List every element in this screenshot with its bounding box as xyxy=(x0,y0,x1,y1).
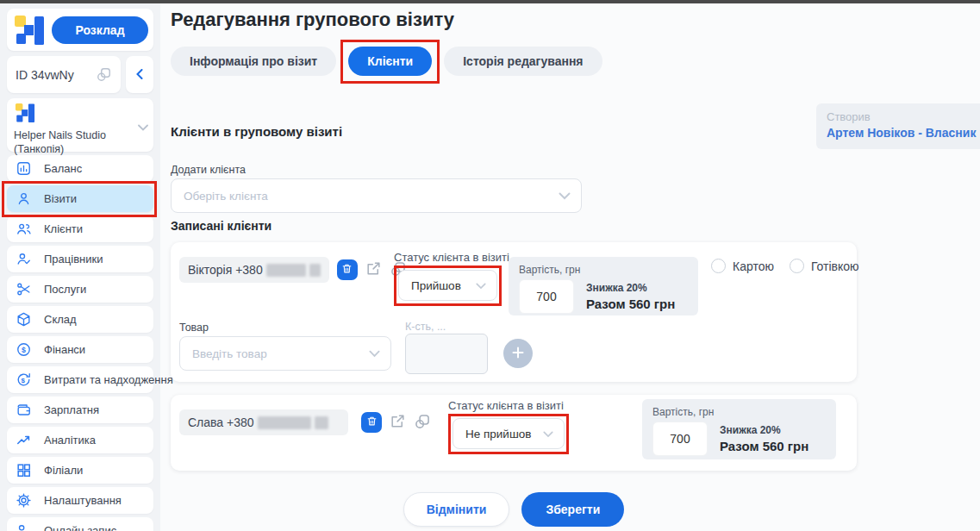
sidebar-item-finance[interactable]: $ Фінанси xyxy=(7,336,153,363)
add-client-label: Додати клієнта xyxy=(171,164,246,176)
radio-circle-icon xyxy=(711,259,726,273)
sidebar-item-settings[interactable]: Налаштування xyxy=(7,487,153,514)
client-name-row: Слава +380 xyxy=(179,409,431,435)
chevron-down-icon xyxy=(369,346,380,361)
delete-client-button[interactable] xyxy=(337,259,358,280)
quantity-input[interactable] xyxy=(405,334,488,374)
chevron-down-icon xyxy=(476,278,486,293)
payment-card-radio[interactable]: Картою xyxy=(711,259,774,273)
services-icon xyxy=(16,281,32,297)
tab-clients[interactable]: Клієнти xyxy=(348,47,432,76)
sidebar-item-analytics[interactable]: Аналітика xyxy=(7,427,153,453)
sidebar-item-staff[interactable]: Працівники xyxy=(7,246,153,272)
client-name-row: Вікторія +380 xyxy=(179,257,407,283)
chevron-down-icon xyxy=(543,426,553,441)
blurred-phone-number xyxy=(258,416,311,429)
price-panel: Вартість, грн Знижка 20% Разом 560 грн xyxy=(509,257,698,315)
open-client-button[interactable] xyxy=(365,260,382,279)
creator-label: Створив xyxy=(827,110,970,123)
client-chip: Вікторія +380 xyxy=(179,257,329,283)
expenses-icon: $ xyxy=(16,372,32,388)
status-select[interactable]: Прийшов xyxy=(398,270,497,301)
page-title: Редагування групового візиту xyxy=(171,9,454,31)
sidebar-item-expenses[interactable]: $ Витрати та надходження xyxy=(7,366,153,393)
delete-client-button[interactable] xyxy=(361,412,382,433)
company-name: Helper Nails Studio (Танкопія) xyxy=(14,129,134,156)
discount-text: Знижка 20% xyxy=(586,282,675,294)
plus-icon xyxy=(512,347,524,361)
cost-label: Вартість, грн xyxy=(519,264,688,276)
product-select[interactable]: Введіть товар xyxy=(179,336,391,371)
recorded-clients-label: Записані клієнти xyxy=(171,219,272,233)
blurred-phone-number xyxy=(315,416,328,429)
trash-icon xyxy=(341,263,353,277)
external-link-icon xyxy=(365,260,382,279)
branches-icon xyxy=(16,462,32,478)
discount-text: Знижка 20% xyxy=(720,424,808,436)
product-label: Товар xyxy=(179,322,209,334)
quantity-label: К-сть, ... xyxy=(405,321,446,333)
creator-box: Створив Артем Новіков - Власник xyxy=(816,103,980,149)
stock-icon xyxy=(16,311,32,328)
workspace-id-card: ID 34vwNy xyxy=(7,56,121,93)
client-card-slava: Слава +380 xyxy=(171,395,857,471)
client-chip: Слава +380 xyxy=(179,409,348,435)
company-logo-icon xyxy=(14,112,36,127)
sidebar: Розклад ID 34vwNy xyxy=(0,3,160,531)
trash-icon xyxy=(366,415,378,429)
blurred-phone-number xyxy=(309,264,321,277)
total-text: Разом 560 грн xyxy=(720,439,808,453)
copy-id-icon[interactable] xyxy=(96,66,112,83)
status-value: Прийшов xyxy=(411,279,461,292)
total-text: Разом 560 грн xyxy=(586,297,675,311)
status-value: Не прийшов xyxy=(465,428,531,440)
balance-icon xyxy=(16,160,32,177)
price-panel: Вартість, грн Знижка 20% Разом 560 грн xyxy=(642,399,836,459)
chevron-down-icon xyxy=(559,188,571,203)
sidebar-item-stock[interactable]: Склад xyxy=(7,306,153,333)
tabs: Інформація про візит Клієнти Історія ред… xyxy=(171,47,602,76)
add-product-button[interactable] xyxy=(503,339,533,368)
client-name: Слава +380 xyxy=(188,415,254,429)
clients-icon xyxy=(16,221,32,237)
svg-text:$: $ xyxy=(22,346,26,354)
sidebar-collapse-button[interactable] xyxy=(126,56,153,93)
cost-input[interactable] xyxy=(652,422,708,456)
client-name: Вікторія +380 xyxy=(188,263,263,277)
creator-name-link[interactable]: Артем Новіков - Власник xyxy=(827,126,970,140)
settings-icon xyxy=(16,492,32,509)
external-link-icon xyxy=(390,413,406,432)
sidebar-item-services[interactable]: Послуги xyxy=(7,276,153,303)
copy-client-button[interactable] xyxy=(414,413,431,433)
sidebar-item-branches[interactable]: Філіали xyxy=(7,457,153,484)
client-card-viktoriia: Вікторія +380 xyxy=(171,242,857,382)
company-selector[interactable]: Helper Nails Studio (Танкопія) xyxy=(7,98,153,152)
blurred-phone-number xyxy=(266,264,306,277)
sidebar-item-visits[interactable]: Візити xyxy=(7,185,153,212)
client-status-group: Статус клієнта в візиті Не прийшов xyxy=(448,399,595,449)
visits-icon xyxy=(16,191,32,207)
open-client-button[interactable] xyxy=(390,413,406,432)
cost-label: Вартість, грн xyxy=(652,406,826,418)
payment-cash-radio[interactable]: Готівкою xyxy=(790,259,859,273)
chevron-left-icon xyxy=(136,67,143,83)
section-heading: Клієнти в груповому візиті xyxy=(171,124,342,139)
schedule-button[interactable]: Розклад xyxy=(52,16,148,44)
sidebar-item-online-booking[interactable]: Онлайн запис xyxy=(7,517,153,531)
sidebar-item-clients[interactable]: Клієнти xyxy=(7,216,153,242)
sidebar-item-balance[interactable]: Баланс xyxy=(7,155,153,182)
salary-icon xyxy=(16,402,32,418)
add-client-select[interactable]: Оберіть клієнта xyxy=(171,178,582,213)
save-button[interactable]: Зберегти xyxy=(521,492,624,527)
tab-edit-history[interactable]: Історія редагування xyxy=(444,47,602,76)
status-label: Статус клієнта в візиті xyxy=(448,399,595,412)
workspace-id: ID 34vwNy xyxy=(16,68,96,82)
staff-icon xyxy=(16,251,32,267)
sidebar-item-salary[interactable]: Зарплатня xyxy=(7,397,153,423)
status-select[interactable]: Не прийшов xyxy=(453,418,565,449)
tab-visit-info[interactable]: Інформація про візит xyxy=(171,47,336,76)
footer-actions: Відмінити Зберегти xyxy=(171,492,857,527)
cancel-button[interactable]: Відмінити xyxy=(403,492,510,527)
cost-input[interactable] xyxy=(519,279,574,314)
copy-icon xyxy=(414,413,431,433)
